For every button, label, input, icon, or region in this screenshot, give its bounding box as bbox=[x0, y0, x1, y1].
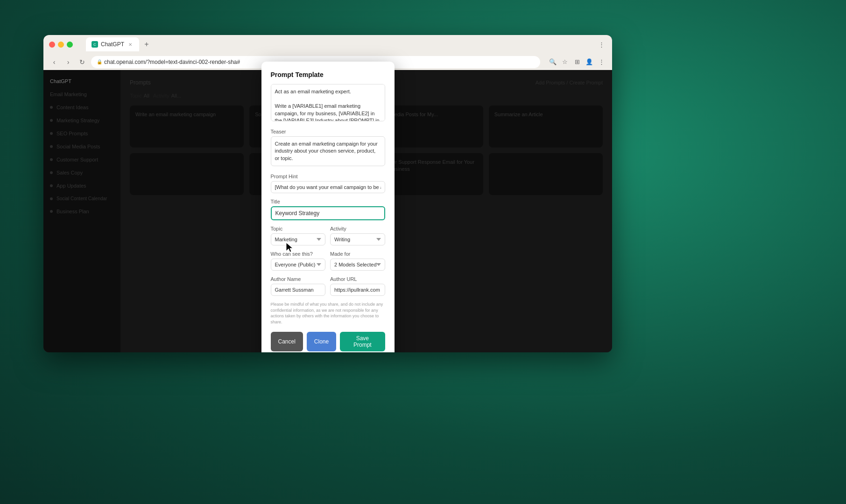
browser-titlebar: C ChatGPT ✕ + ⋮ bbox=[43, 35, 612, 54]
modal-overlay: Prompt Template Act as an email marketin… bbox=[43, 70, 612, 352]
tab-close-icon[interactable]: ✕ bbox=[127, 41, 134, 48]
traffic-lights bbox=[49, 42, 73, 48]
topic-activity-row: Topic Marketing Technology Business Writ… bbox=[271, 226, 385, 245]
search-icon[interactable]: 🔍 bbox=[548, 57, 558, 67]
new-tab-button[interactable]: + bbox=[141, 39, 152, 50]
forward-button[interactable]: › bbox=[63, 57, 73, 67]
lock-icon: 🔒 bbox=[97, 59, 102, 64]
author-name-group: Author Name bbox=[271, 276, 326, 296]
prompt-hint-group: Prompt Hint bbox=[271, 174, 385, 193]
activity-select[interactable]: Writing Analysis Design Research Other bbox=[330, 233, 385, 245]
topic-label: Topic bbox=[271, 226, 326, 231]
prompt-hint-input[interactable] bbox=[271, 181, 385, 193]
author-row: Author Name Author URL bbox=[271, 276, 385, 296]
dialog-title: Prompt Template bbox=[271, 71, 385, 78]
topic-group: Topic Marketing Technology Business Writ… bbox=[271, 226, 326, 245]
title-group: Title bbox=[271, 199, 385, 220]
title-input[interactable] bbox=[271, 206, 385, 220]
browser-content: ChatGPT Email Marketing Content Ideas Ma… bbox=[43, 70, 612, 352]
topic-select[interactable]: Marketing Technology Business Writing Ot… bbox=[271, 233, 326, 245]
teaser-group: Teaser Create an email marketing campaig… bbox=[271, 129, 385, 168]
browser-menu-icon[interactable]: ⋮ bbox=[596, 39, 606, 49]
made-for-label: Made for bbox=[330, 251, 385, 257]
made-for-select[interactable]: 2 Models Selected All Models GPT-4 GPT-3… bbox=[330, 259, 385, 271]
author-url-group: Author URL bbox=[330, 276, 385, 296]
template-group: Act as an email marketing expert. Write … bbox=[271, 84, 385, 123]
dialog-footer: Cancel Clone Save Prompt bbox=[271, 332, 385, 351]
activity-group: Activity Writing Analysis Design Researc… bbox=[330, 226, 385, 245]
prompt-hint-label: Prompt Hint bbox=[271, 174, 385, 179]
visibility-select[interactable]: Everyone (Public) Only Me Team bbox=[271, 259, 326, 271]
visibility-made-for-row: Who can see this? Everyone (Public) Only… bbox=[271, 251, 385, 271]
reload-button[interactable]: ↻ bbox=[77, 57, 87, 67]
teaser-textarea[interactable]: Create an email marketing campaign for y… bbox=[271, 136, 385, 166]
browser-toolbar-icons: 🔍 ☆ ⊞ 👤 ⋮ bbox=[548, 57, 606, 67]
activity-label: Activity bbox=[330, 226, 385, 231]
save-prompt-button[interactable]: Save Prompt bbox=[340, 332, 385, 351]
author-name-label: Author Name bbox=[271, 276, 326, 282]
disclaimer-text: Please be mindful of what you share, and… bbox=[271, 301, 385, 325]
profile-icon[interactable]: 👤 bbox=[584, 57, 594, 67]
teaser-label: Teaser bbox=[271, 129, 385, 134]
author-url-label: Author URL bbox=[330, 276, 385, 282]
made-for-group: Made for 2 Models Selected All Models GP… bbox=[330, 251, 385, 271]
tab-bar: C ChatGPT ✕ + bbox=[80, 37, 592, 51]
author-name-input[interactable] bbox=[271, 284, 326, 296]
visibility-group: Who can see this? Everyone (Public) Only… bbox=[271, 251, 326, 271]
tab-label: ChatGPT bbox=[101, 41, 124, 48]
title-label: Title bbox=[271, 199, 385, 204]
minimize-button[interactable] bbox=[58, 42, 64, 48]
browser-window: C ChatGPT ✕ + ⋮ ‹ › ↻ 🔒 chat.openai.com/… bbox=[43, 35, 612, 352]
dialog: Prompt Template Act as an email marketin… bbox=[261, 62, 395, 352]
maximize-button[interactable] bbox=[67, 42, 73, 48]
tab-favicon: C bbox=[92, 41, 98, 48]
browser-tab[interactable]: C ChatGPT ✕ bbox=[86, 37, 139, 51]
close-button[interactable] bbox=[49, 42, 55, 48]
bookmark-icon[interactable]: ☆ bbox=[560, 57, 570, 67]
extensions-icon[interactable]: ⊞ bbox=[572, 57, 582, 67]
clone-button[interactable]: Clone bbox=[307, 332, 336, 351]
url-text: chat.openai.com/?model=text-davinci-002-… bbox=[104, 59, 240, 65]
back-button[interactable]: ‹ bbox=[49, 57, 59, 67]
settings-icon[interactable]: ⋮ bbox=[596, 57, 606, 67]
template-textarea[interactable]: Act as an email marketing expert. Write … bbox=[271, 84, 385, 121]
visibility-label: Who can see this? bbox=[271, 251, 326, 257]
author-url-input[interactable] bbox=[330, 284, 385, 296]
cancel-button[interactable]: Cancel bbox=[271, 332, 303, 351]
